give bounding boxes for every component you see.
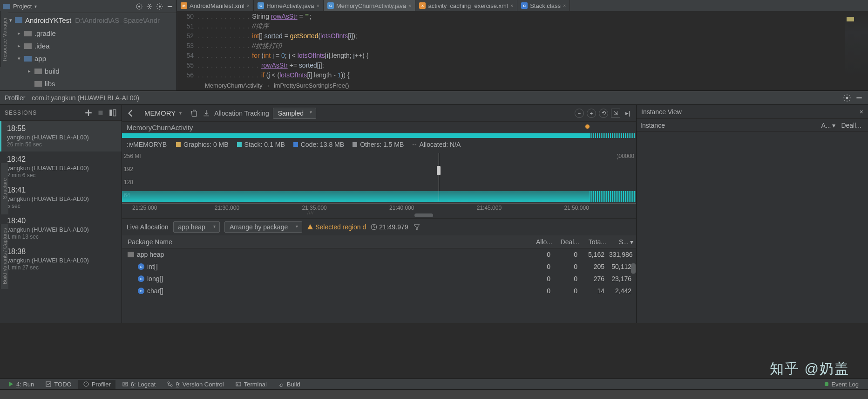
code-content[interactable]: . . . . . . . . . . . . String rowAsStr … — [197, 11, 868, 90]
selection-handle[interactable] — [437, 166, 441, 175]
download-icon[interactable] — [202, 109, 210, 117]
minimize-icon[interactable] — [166, 3, 174, 10]
filter-icon[interactable] — [413, 223, 420, 231]
tree-node-gradle[interactable]: ▸ .gradle — [17, 27, 176, 40]
editor-breadcrumb[interactable]: MemoryChurnActivity › imPrettySureSortin… — [205, 80, 845, 90]
class-file-icon: C — [521, 2, 528, 9]
plus-icon[interactable] — [84, 109, 93, 117]
terminal-tool-window-button[interactable]: Terminal — [231, 380, 271, 389]
tree-node-app[interactable]: ▾ app — [17, 52, 176, 65]
dropdown-icon[interactable]: ▾ — [34, 4, 37, 9]
build-tool-window-button[interactable]: Build — [273, 380, 305, 389]
table-row[interactable]: Cint[] 0020550,112 — [122, 261, 636, 273]
session-item[interactable]: 18:42yangkun (HUAWEI BLA-AL00)2 min 6 se… — [0, 151, 122, 182]
chevron-right-icon: ▸ — [27, 68, 32, 74]
logcat-tool-window-button[interactable]: 6: Logcat — [117, 380, 161, 389]
bottom-strip — [0, 390, 868, 399]
table-row[interactable]: Clong[] 0027623,176 — [122, 273, 636, 285]
back-arrow-icon[interactable] — [126, 108, 136, 118]
session-item[interactable]: 18:41yangkun (HUAWEI BLA-AL00)5 sec — [0, 182, 122, 213]
editor-tab-active[interactable]: C MemoryChurnActivity.java × — [324, 0, 415, 11]
svg-rect-8 — [113, 110, 116, 116]
close-icon[interactable]: × — [317, 3, 319, 8]
activity-timeline-bar[interactable] — [122, 133, 636, 138]
live-icon[interactable]: ▸| — [623, 109, 632, 118]
tree-node-build[interactable]: ▸ build — [17, 65, 176, 77]
time-cursor[interactable] — [439, 153, 439, 201]
col-deallocations[interactable]: Deall... — [838, 122, 864, 129]
dropdown-icon: ▾ — [179, 110, 182, 116]
trash-icon[interactable] — [190, 109, 198, 117]
resize-grip-icon[interactable]: //// — [307, 211, 314, 215]
table-row[interactable]: Cchar[] 00142,442 — [122, 285, 636, 297]
profiler-tool-window-button[interactable]: Profiler — [78, 380, 115, 389]
run-tool-window-button[interactable]: 4: Run — [3, 380, 39, 389]
scrollbar-thumb[interactable] — [414, 213, 433, 217]
event-log-button[interactable]: Event Log — [825, 381, 865, 388]
memory-chart[interactable]: 256 MI 192 128 64 )00000 21:25.00021:30.… — [122, 153, 636, 213]
session-item[interactable]: 18:55yangkun (HUAWEI BLA-AL00)26 min 56 … — [0, 121, 122, 151]
col-instance[interactable]: Instance — [640, 122, 818, 129]
profiler-type-dropdown[interactable]: MEMORY ▾ — [140, 108, 186, 118]
collapse-panel-icon[interactable] — [108, 109, 117, 117]
zoom-reset-icon[interactable]: ⟲ — [599, 109, 608, 118]
editor-tab[interactable]: C HomeActivity.java × — [254, 0, 324, 11]
col-total[interactable]: Tota... — [582, 238, 609, 246]
sampling-dropdown[interactable]: Sampled — [273, 108, 316, 119]
collapse-icon[interactable] — [146, 3, 153, 10]
close-icon[interactable]: × — [408, 3, 411, 8]
sidebar-tab-build-variants[interactable]: Build Variants / Captures — [0, 224, 8, 289]
chart-scrollbar[interactable]: //// — [126, 213, 632, 218]
close-icon[interactable]: × — [510, 3, 513, 8]
session-item[interactable]: 18:38yangkun (HUAWEI BLA-AL00)1 min 27 s… — [0, 244, 122, 275]
editor-minimap[interactable] — [845, 11, 868, 81]
code-editor[interactable]: 50515253545556 . . . . . . . . . . . . S… — [177, 11, 868, 90]
table-row[interactable]: app heap 005,162331,986 — [122, 248, 636, 261]
zoom-out-icon[interactable]: − — [575, 109, 584, 118]
close-icon[interactable]: × — [563, 3, 566, 8]
gear-icon[interactable] — [156, 3, 163, 10]
stop-icon[interactable] — [96, 109, 105, 117]
tree-node-idea[interactable]: ▸ .idea — [17, 40, 176, 52]
session-item[interactable]: 18:40yangkun (HUAWEI BLA-AL00)1 min 13 s… — [0, 213, 122, 244]
col-allocations[interactable]: Allo... — [528, 238, 555, 246]
editor-tab[interactable]: X activity_caching_exercise.xml × — [415, 0, 517, 11]
table-scrollbar[interactable] — [631, 263, 636, 319]
editor-tab[interactable]: M AndroidManifest.xml × — [177, 0, 254, 11]
col-allocations[interactable]: A...▾ — [818, 122, 838, 129]
heap-dropdown[interactable]: app heap — [173, 221, 220, 233]
editor-tab[interactable]: C Stack.class × — [517, 0, 570, 11]
todo-tool-window-button[interactable]: TODO — [41, 380, 76, 389]
x-tick: 21:25.000 — [132, 205, 157, 211]
legend-item: Code: 13.8 MB — [293, 141, 344, 148]
x-tick: 21:40.000 — [389, 205, 414, 211]
svg-point-1 — [138, 6, 140, 7]
y-axis-right: )00000 — [617, 153, 634, 159]
col-shallow-size[interactable]: S...▾ — [609, 238, 636, 246]
close-icon[interactable]: × — [247, 3, 250, 8]
zoom-controls: − + ⟲ ⇲ ▸| — [575, 109, 632, 118]
profiler-device: com.it.yangkun (HUAWEI BLA-AL00) — [32, 94, 139, 102]
project-root-name: AndroidYKTest — [25, 16, 71, 24]
sidebar-tab-structure[interactable]: Structure — [0, 163, 8, 214]
sidebar-tab-resource-manager[interactable]: Resource Manager — [0, 11, 8, 67]
arrange-dropdown[interactable]: Arrange by package — [224, 221, 302, 233]
close-icon[interactable]: × — [860, 108, 863, 116]
target-icon[interactable] — [136, 3, 143, 10]
svg-rect-7 — [109, 110, 112, 116]
chevron-down-icon: ▾ — [17, 55, 21, 62]
col-package-name[interactable]: Package Name — [122, 238, 528, 246]
chart-area[interactable] — [122, 191, 636, 202]
project-panel-title: Project — [13, 3, 32, 10]
module-icon — [24, 56, 32, 62]
zoom-in-icon[interactable]: + — [587, 109, 596, 118]
gear-icon[interactable] — [843, 94, 851, 102]
vcs-tool-window-button[interactable]: 9: Version Control — [162, 380, 228, 389]
minimize-icon[interactable] — [855, 94, 863, 102]
col-deallocations[interactable]: Deal... — [555, 238, 582, 246]
tree-node-libs[interactable]: ▸ libs — [17, 77, 176, 90]
zoom-fit-icon[interactable]: ⇲ — [611, 109, 620, 118]
project-icon — [3, 4, 10, 9]
breadcrumb-separator-icon: › — [267, 82, 269, 89]
project-root-row[interactable]: ▾ AndroidYKTest D:\Android\AS_Space\Andr — [0, 13, 176, 27]
